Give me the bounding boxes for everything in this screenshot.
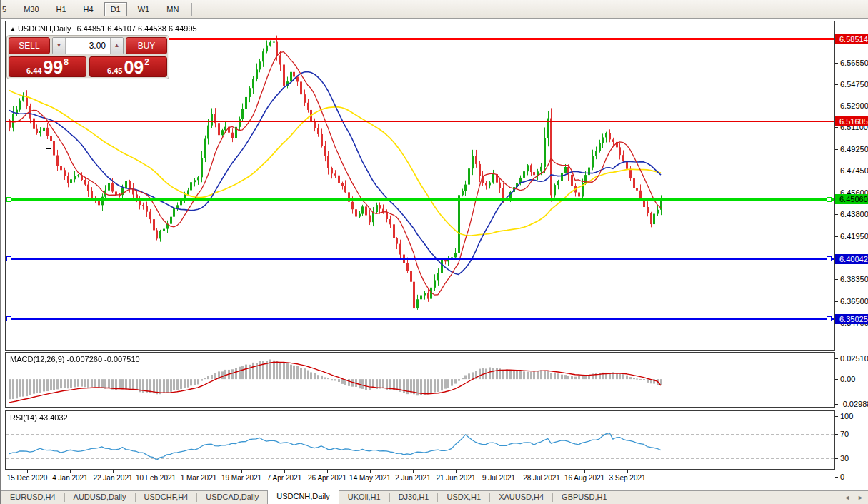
date-axis-tick	[627, 470, 628, 473]
line-handle-left[interactable]	[6, 316, 11, 321]
macd-axis-label: 0.00	[840, 375, 855, 383]
tab-scroll-nav: ◄►	[844, 494, 864, 501]
price-axis-label: 6.54750	[840, 80, 868, 89]
timeframe-button-m30[interactable]: M30	[17, 2, 45, 16]
tab-usdcad-daily[interactable]: USDCAD,Daily	[197, 490, 267, 504]
date-axis-tick	[327, 470, 328, 473]
axis-tick	[835, 127, 838, 128]
date-axis: 15 Dec 20204 Jan 202122 Jan 202110 Feb 2…	[5, 470, 835, 487]
tab-ukoil-h1[interactable]: UKOil,H1	[339, 490, 389, 504]
horizontal-line-6.45060[interactable]	[6, 198, 834, 201]
volume-stepper: ▼ 3.00 ▲	[52, 37, 124, 54]
buy-price-pipette: 2	[144, 57, 149, 66]
tab-eurusd-h4[interactable]: EURUSD,H4	[1, 490, 64, 504]
price-level-badge-6.35025: 6.35025	[835, 314, 868, 324]
date-axis-label: 9 Jul 2021	[482, 474, 515, 482]
sell-price-prefix: 6.44	[26, 66, 41, 76]
axis-tick	[835, 434, 838, 435]
horizontal-line-6.40042[interactable]	[6, 258, 834, 260]
macd-axis-label: -0.029881	[840, 400, 868, 408]
line-handle-right[interactable]	[827, 256, 832, 261]
date-axis-label: 16 Aug 2021	[564, 474, 604, 482]
line-handle-left[interactable]	[6, 197, 11, 202]
date-axis-label: 21 Jun 2021	[436, 474, 475, 482]
line-handle-right[interactable]	[827, 316, 832, 321]
chart-title: ▲USDCNH,Daily6.44851 6.45107 6.44538 6.4…	[10, 24, 197, 33]
date-axis-tick	[113, 470, 114, 473]
timeframe-button-mn[interactable]: MN	[160, 2, 185, 16]
date-axis-tick	[70, 470, 71, 473]
tab-dj30-h1[interactable]: DJ30,H1	[390, 490, 438, 504]
date-axis-tick	[27, 470, 28, 473]
price-axis-label: 6.56550	[840, 59, 868, 67]
price-level-badge-6.45060: 6.45060	[835, 194, 868, 204]
tab-audusd-daily[interactable]: AUDUSD,Daily	[65, 490, 135, 504]
date-axis-tick	[156, 470, 156, 473]
toolbar-separator	[191, 3, 192, 16]
price-axis-label: 6.38350	[840, 275, 868, 283]
tab-gbpusd-h1[interactable]: GBPUSD,H1	[553, 490, 616, 504]
date-axis-tick	[499, 470, 499, 473]
line-handle-right[interactable]	[827, 197, 832, 202]
axis-tick	[835, 379, 838, 380]
price-axis-label: 6.52900	[840, 101, 868, 110]
rsi-canvas[interactable]	[6, 411, 834, 469]
date-axis-label: 22 Jan 2021	[93, 474, 132, 482]
macd-axis-label: 0.025108	[840, 354, 868, 363]
buy-price-box[interactable]: 6.45 09 2	[89, 56, 167, 77]
buy-button[interactable]: BUY	[126, 37, 167, 54]
axis-tick	[835, 458, 838, 459]
axis-tick	[835, 193, 838, 193]
axis-tick	[835, 63, 838, 64]
date-axis-tick	[584, 470, 585, 473]
date-axis-label: 3 Sep 2021	[609, 474, 645, 482]
trading-terminal-window: 5M30H1H4D1W1MN ▲USDCNH,Daily6.44851 6.45…	[0, 0, 868, 504]
date-axis-label: 7 Apr 2021	[267, 474, 301, 482]
axis-tick	[835, 84, 838, 85]
date-axis-label: 28 Jul 2021	[523, 474, 560, 482]
timeframe-button-h4[interactable]: H4	[77, 2, 100, 16]
chart-tab-bar: EURUSD,H4AUDUSD,DailyUSDCHF,H4USDCAD,Dai…	[1, 490, 868, 504]
tab-xauusd-h4[interactable]: XAUUSD,H4	[490, 490, 552, 504]
tab-scroll-left-icon[interactable]: ◄	[844, 494, 850, 501]
date-axis-tick	[241, 470, 242, 473]
price-axis: 6.565506.547506.529006.511006.492506.474…	[835, 0, 868, 493]
tab-usdcnh-daily[interactable]: USDCNH,Daily	[267, 490, 339, 504]
timeframe-button-d1[interactable]: D1	[104, 2, 127, 16]
trendline-fragment-object[interactable]	[46, 148, 51, 149]
volume-value[interactable]: 3.00	[66, 38, 110, 54]
timeframe-button-w1[interactable]: W1	[131, 2, 156, 16]
sell-price-pipette: 8	[64, 57, 69, 66]
sell-button[interactable]: SELL	[9, 37, 50, 54]
date-axis-label: 26 Apr 2021	[308, 474, 346, 482]
rsi-axis-label: 0	[840, 473, 844, 481]
tab-usdchf-h4[interactable]: USDCHF,H4	[136, 490, 197, 504]
price-level-badge-6.51605: 6.51605	[835, 116, 868, 126]
axis-tick	[835, 149, 838, 150]
timeframe-button-5[interactable]: 5	[0, 2, 13, 16]
price-level-badge-6.40042: 6.40042	[835, 254, 868, 264]
date-axis-tick	[542, 470, 542, 473]
horizontal-line-6.51605[interactable]	[6, 121, 834, 122]
rsi-indicator-pane: RSI(14) 43.4032	[5, 410, 835, 470]
rsi-axis-label: 70	[840, 430, 849, 438]
one-click-trade-panel: SELL ▼ 3.00 ▲ BUY 6.44 99 8 6.45 09 2	[6, 35, 169, 79]
collapse-triangle-icon[interactable]: ▲	[10, 26, 16, 32]
tab-usdx-h1[interactable]: USDX,H1	[438, 490, 489, 504]
tab-scroll-right-icon[interactable]: ►	[857, 494, 864, 501]
volume-increase-button[interactable]: ▲	[110, 38, 123, 54]
date-axis-tick	[284, 470, 285, 473]
rsi-axis-label: 30	[840, 454, 849, 463]
volume-decrease-button[interactable]: ▼	[53, 38, 66, 54]
date-axis-label: 10 Feb 2021	[136, 474, 176, 482]
sell-price-box[interactable]: 6.44 99 8	[9, 56, 86, 77]
timeframe-button-h1[interactable]: H1	[50, 2, 73, 16]
horizontal-line-6.35025[interactable]	[6, 318, 834, 320]
axis-tick	[835, 106, 838, 106]
axis-tick	[835, 279, 838, 280]
line-handle-left[interactable]	[6, 256, 11, 261]
price-axis-label: 6.36500	[840, 297, 868, 306]
axis-tick	[835, 358, 838, 359]
date-axis-tick	[199, 470, 199, 473]
chart-symbol-period: USDCNH,Daily	[18, 24, 71, 33]
